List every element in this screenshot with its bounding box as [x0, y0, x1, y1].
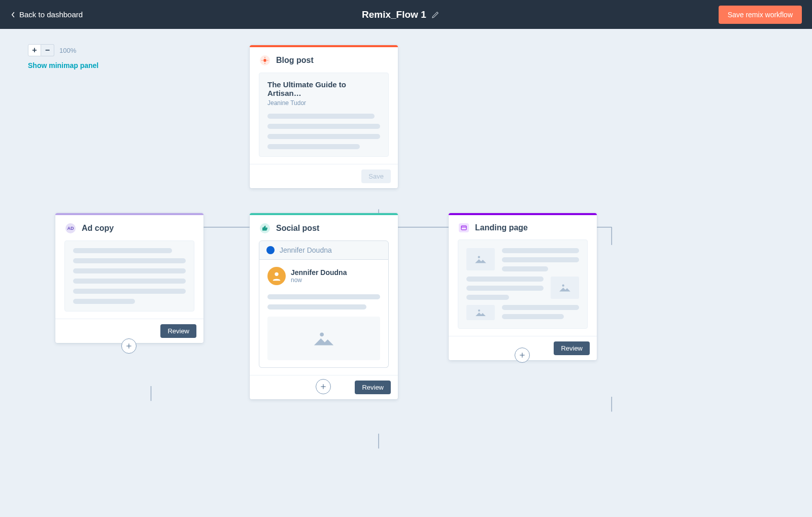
- blog-preview-title: The Ultimate Guide to Artisan…: [267, 80, 380, 97]
- social-compose-name: Jennifer Doudna: [280, 246, 332, 254]
- node-landing-page[interactable]: Landing page Review: [449, 213, 597, 360]
- social-user-name: Jennifer Doudna: [291, 268, 347, 277]
- blog-icon: [260, 55, 270, 65]
- add-node-button-ad[interactable]: [121, 338, 137, 354]
- social-time-label: now: [291, 277, 347, 284]
- show-minimap-link[interactable]: Show minimap panel: [28, 61, 98, 70]
- add-node-button-landing[interactable]: [515, 348, 530, 363]
- svg-rect-15: [461, 226, 466, 230]
- node-ad-copy[interactable]: AD Ad copy Review: [55, 213, 204, 343]
- edit-title-icon[interactable]: [431, 11, 439, 19]
- workflow-title: Remix_Flow 1: [362, 9, 426, 20]
- ad-icon: AD: [65, 223, 76, 233]
- node-type-label: Landing page: [475, 223, 528, 232]
- ad-preview: [64, 240, 194, 312]
- node-type-label: Social post: [276, 224, 319, 233]
- landing-preview: [458, 239, 588, 329]
- svg-point-8: [263, 59, 266, 62]
- ad-review-button[interactable]: Review: [160, 324, 196, 338]
- workflow-canvas[interactable]: + − 100% Show minimap panel: [0, 29, 812, 517]
- blog-save-button: Save: [361, 169, 391, 183]
- zoom-out-button[interactable]: −: [41, 44, 54, 56]
- node-social-post[interactable]: Social post Jennifer Doudna Jennifer Dou…: [250, 213, 398, 399]
- blog-preview: The Ultimate Guide to Artisan… Jeanine T…: [259, 73, 389, 157]
- svg-point-13: [275, 272, 278, 276]
- back-to-dashboard-link[interactable]: Back to dashboard: [10, 10, 83, 19]
- social-compose-bar[interactable]: Jennifer Doudna: [259, 240, 389, 260]
- svg-point-18: [562, 285, 564, 287]
- chevron-left-icon: [10, 12, 16, 18]
- zoom-level-label: 100%: [59, 47, 76, 54]
- top-bar: Back to dashboard Remix_Flow 1 Save remi…: [0, 0, 812, 29]
- blog-preview-author: Jeanine Tudor: [267, 99, 380, 107]
- back-label: Back to dashboard: [19, 10, 83, 19]
- social-card: Jennifer Doudna now: [259, 260, 389, 368]
- landing-review-button[interactable]: Review: [554, 341, 590, 355]
- svg-point-14: [320, 333, 324, 337]
- svg-point-19: [478, 309, 480, 312]
- node-type-label: Blog post: [276, 56, 314, 65]
- image-placeholder: [267, 317, 380, 360]
- avatar: [267, 267, 286, 285]
- save-workflow-button[interactable]: Save remix workflow: [719, 6, 802, 24]
- zoom-in-button[interactable]: +: [28, 44, 41, 56]
- landing-page-icon: [459, 223, 469, 232]
- zoom-controls: + − 100% Show minimap panel: [28, 44, 98, 70]
- social-review-button[interactable]: Review: [355, 381, 391, 394]
- svg-point-17: [478, 256, 480, 258]
- add-node-button-social[interactable]: [316, 379, 331, 394]
- social-icon: [260, 223, 270, 233]
- node-blog-post[interactable]: Blog post The Ultimate Guide to Artisan……: [250, 45, 398, 188]
- workflow-title-wrap: Remix_Flow 1: [362, 9, 439, 20]
- network-dot-icon: [266, 246, 275, 254]
- node-type-label: Ad copy: [82, 224, 114, 233]
